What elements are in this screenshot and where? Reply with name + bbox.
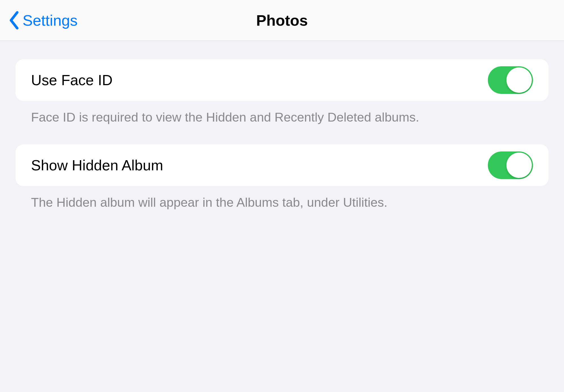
use-face-id-toggle[interactable] [488,66,533,94]
navigation-bar: Settings Photos [0,0,564,41]
chevron-left-icon [8,11,20,30]
settings-group-face-id: Use Face ID Face ID is required to view … [16,59,548,126]
back-label: Settings [23,12,78,29]
use-face-id-row: Use Face ID [16,59,548,101]
page-title: Photos [256,12,308,29]
show-hidden-album-toggle[interactable] [488,151,533,179]
use-face-id-label: Use Face ID [31,72,113,89]
settings-group-hidden-album: Show Hidden Album The Hidden album will … [16,144,548,211]
back-button[interactable]: Settings [8,11,78,30]
use-face-id-footer: Face ID is required to view the Hidden a… [16,101,548,126]
settings-content: Use Face ID Face ID is required to view … [0,59,564,211]
toggle-knob-icon [506,67,532,93]
show-hidden-album-label: Show Hidden Album [31,157,163,174]
show-hidden-album-footer: The Hidden album will appear in the Albu… [16,186,548,211]
show-hidden-album-row: Show Hidden Album [16,144,548,186]
toggle-knob-icon [506,153,532,178]
